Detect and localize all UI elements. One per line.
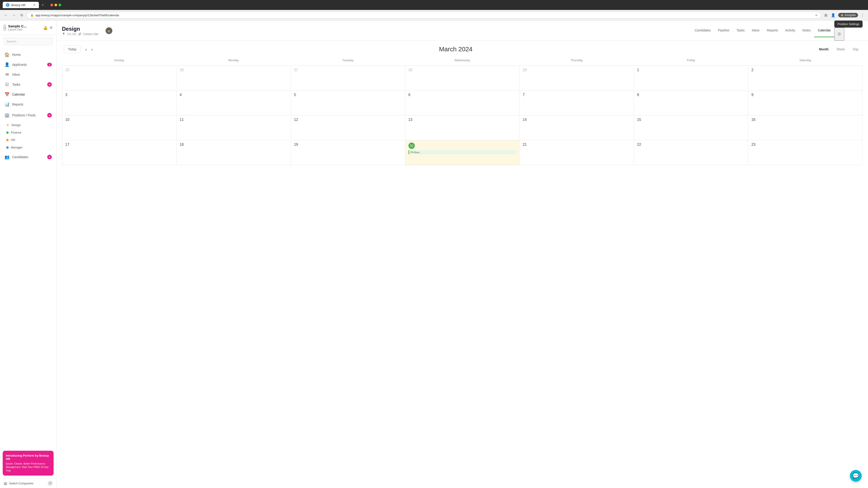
sidebar-tasks-label: Tasks bbox=[12, 83, 44, 86]
month-view-button[interactable]: Month bbox=[817, 46, 831, 53]
sidebar-item-reports[interactable]: 📊 Reports bbox=[0, 99, 56, 109]
day-cell[interactable]: 6 bbox=[405, 91, 520, 115]
day-number: 9 bbox=[751, 93, 753, 97]
sidebar-item-home[interactable]: 🏠 Home bbox=[0, 50, 56, 60]
day-cell[interactable]: 18 bbox=[177, 140, 291, 165]
sidebar-back-button[interactable]: ‹ bbox=[4, 25, 6, 31]
sidebar-item-manager[interactable]: Manager bbox=[0, 144, 56, 151]
day-cell[interactable]: 1 bbox=[634, 66, 748, 90]
day-cell[interactable]: 13 bbox=[405, 116, 520, 140]
day-number: 21 bbox=[523, 142, 527, 147]
tab-notes[interactable]: Notes bbox=[799, 24, 814, 37]
day-cell[interactable]: 16 bbox=[748, 116, 863, 140]
sidebar-positions-label: Positions / Pools bbox=[12, 113, 44, 117]
position-settings-button[interactable]: ⚙ bbox=[834, 28, 844, 41]
footer-close-button[interactable]: ✕ bbox=[48, 481, 53, 486]
search-input[interactable] bbox=[4, 38, 53, 45]
today-button[interactable]: Today bbox=[64, 45, 81, 53]
day-cell[interactable]: 4 bbox=[177, 91, 291, 115]
profile-button[interactable]: 👤 bbox=[830, 12, 836, 18]
tab-inbox[interactable]: Inbox bbox=[748, 24, 763, 37]
chat-fab-button[interactable]: 💬 bbox=[850, 470, 862, 482]
day-cell[interactable]: 10 bbox=[62, 116, 177, 140]
event-item[interactable]: Ph.Bssc. bbox=[408, 150, 516, 154]
next-month-button[interactable]: › bbox=[90, 46, 95, 53]
day-cell[interactable]: 15 bbox=[634, 116, 748, 140]
day-cell[interactable]: 29 bbox=[520, 66, 634, 90]
tasks-badge: + bbox=[47, 82, 52, 87]
day-cell[interactable]: 22 bbox=[634, 140, 748, 165]
sidebar-item-candidates[interactable]: 👥 Candidates + bbox=[0, 152, 56, 162]
sidebar-item-hr[interactable]: HR bbox=[0, 136, 56, 144]
sidebar-header: ‹ Sample C... Lauren Deli 🔔 ⚙ bbox=[0, 21, 56, 35]
week-view-button[interactable]: Week bbox=[835, 46, 847, 53]
switch-companies-button[interactable]: 🏢 Switch Companies bbox=[4, 482, 48, 485]
day-cell[interactable]: 21 bbox=[520, 140, 634, 165]
home-icon: 🏠 bbox=[4, 52, 9, 57]
address-bar[interactable]: 🔒 app.breezy.hr/app/c/sample-company/p/1… bbox=[26, 12, 822, 19]
day-view-button[interactable]: Day bbox=[850, 46, 861, 53]
sidebar-item-tasks[interactable]: ☑ Tasks + bbox=[0, 79, 56, 90]
day-cell[interactable]: 7 bbox=[520, 91, 634, 115]
tab-close-button[interactable]: ✕ bbox=[33, 3, 36, 7]
sidebar-calendar-label: Calendar bbox=[12, 93, 52, 96]
tab-pipeline[interactable]: Pipeline bbox=[715, 24, 733, 37]
tab-label: Breezy HR bbox=[11, 3, 26, 7]
refresh-button[interactable]: ↻ bbox=[19, 12, 25, 18]
day-cell[interactable]: 9 bbox=[748, 91, 863, 115]
day-cell[interactable]: 3 bbox=[62, 91, 177, 115]
top-nav-links: Candidates Pipeline Tasks Inbox Reports … bbox=[691, 24, 834, 37]
prev-month-button[interactable]: ‹ bbox=[84, 46, 89, 53]
sidebar-reports-label: Reports bbox=[12, 103, 52, 106]
sidebar-item-design[interactable]: ★ Design bbox=[0, 121, 56, 129]
settings-button[interactable]: ⚙ bbox=[50, 26, 53, 30]
notification-button[interactable]: 🔔 bbox=[43, 26, 48, 30]
day-cell[interactable]: 17 bbox=[62, 140, 177, 165]
tab-favicon: B bbox=[6, 3, 9, 7]
day-number: 19 bbox=[294, 142, 298, 147]
sidebar-item-calendar[interactable]: 📅 Calendar bbox=[0, 90, 56, 99]
day-number: 17 bbox=[65, 142, 69, 147]
sidebar-item-label: Home bbox=[12, 53, 52, 57]
day-cell[interactable]: 5 bbox=[291, 91, 405, 115]
day-number: 2 bbox=[751, 68, 753, 72]
day-cell[interactable]: 8 bbox=[634, 91, 748, 115]
day-cell[interactable]: 25 bbox=[62, 66, 177, 90]
day-cell[interactable]: 19 bbox=[291, 140, 405, 165]
tab-reports[interactable]: Reports bbox=[763, 24, 781, 37]
sidebar-nav: 🏠 Home 👤 Applicants 1 ✉ Inbox ☑ Tasks + … bbox=[0, 48, 56, 448]
back-button[interactable]: ← bbox=[3, 12, 9, 18]
avatar-initials: 🙍 bbox=[107, 29, 111, 32]
careers-link[interactable]: Careers Site bbox=[83, 33, 98, 36]
sidebar-promo[interactable]: Introducing Perform by Breezy HR Easier,… bbox=[3, 451, 54, 476]
day-number: 18 bbox=[180, 142, 184, 147]
sidebar-item-finance[interactable]: Finance bbox=[0, 129, 56, 136]
sidebar-item-positions[interactable]: 🏢 Positions / Pools + bbox=[0, 110, 56, 120]
sidebar-item-applicants[interactable]: 👤 Applicants 1 bbox=[0, 60, 56, 70]
tab-activity[interactable]: Activity bbox=[781, 24, 799, 37]
inbox-icon: ✉ bbox=[4, 72, 9, 77]
day-cell[interactable]: 12 bbox=[291, 116, 405, 140]
day-cell[interactable]: 26 bbox=[177, 66, 291, 90]
extensions-button[interactable]: ⊞ bbox=[824, 12, 828, 18]
day-cell[interactable]: 23 bbox=[748, 140, 863, 165]
reports-icon: 📊 bbox=[4, 102, 9, 107]
sidebar-item-inbox[interactable]: ✉ Inbox bbox=[0, 70, 56, 79]
day-number: 1 bbox=[637, 68, 639, 72]
day-cell[interactable]: 27 bbox=[291, 66, 405, 90]
day-cell[interactable]: 14 bbox=[520, 116, 634, 140]
tab-candidates[interactable]: Candidates bbox=[691, 24, 715, 37]
tab-tasks[interactable]: Tasks bbox=[733, 24, 748, 37]
active-tab[interactable]: B Breezy HR ✕ bbox=[3, 2, 39, 8]
day-number: 6 bbox=[408, 93, 410, 97]
menu-button[interactable]: ⋮ bbox=[860, 12, 865, 18]
day-number: 27 bbox=[294, 68, 298, 72]
day-cell[interactable]: 2 bbox=[748, 66, 863, 90]
new-tab-button[interactable]: + bbox=[40, 2, 46, 8]
day-cell[interactable]: 28 bbox=[405, 66, 520, 90]
day-cell[interactable]: 11 bbox=[177, 116, 291, 140]
day-cell-today[interactable]: 20 Ph.Bssc. bbox=[405, 140, 520, 165]
forward-button[interactable]: → bbox=[11, 12, 17, 18]
tab-calendar[interactable]: Calendar bbox=[814, 24, 834, 37]
calendar-icon: 📅 bbox=[4, 92, 9, 97]
